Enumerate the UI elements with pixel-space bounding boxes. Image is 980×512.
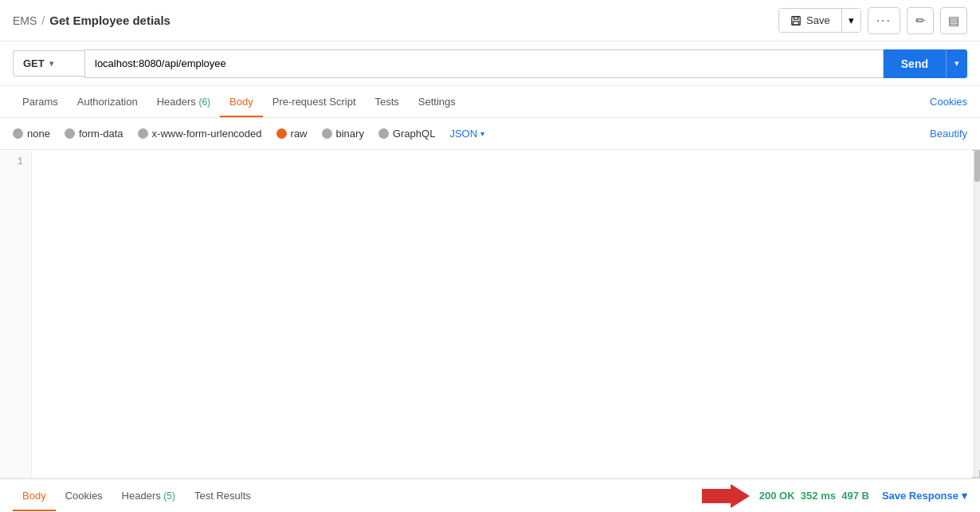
svg-rect-2 xyxy=(794,21,799,24)
json-format-select[interactable]: JSON ▾ xyxy=(449,128,484,140)
response-time: 352 ms xyxy=(801,490,836,502)
response-arrow-icon xyxy=(702,484,750,508)
method-chevron-icon: ▾ xyxy=(49,59,53,68)
tab-authorization[interactable]: Authorization xyxy=(68,88,147,117)
urlencoded-label: x-www-form-urlencoded xyxy=(152,128,262,140)
corner-resize-tr xyxy=(972,150,980,158)
tab-prerequest-label: Pre-request Script xyxy=(272,96,356,108)
cookies-link[interactable]: Cookies xyxy=(930,96,967,108)
send-btn-group: Send ▾ xyxy=(884,49,967,78)
editor-area: 1 xyxy=(0,150,980,479)
scrollbar[interactable] xyxy=(974,150,980,478)
url-bar: GET ▾ Send ▾ xyxy=(0,41,980,86)
body-option-binary[interactable]: binary xyxy=(322,128,364,140)
breadcrumb-parent: EMS xyxy=(13,14,37,27)
send-label: Send xyxy=(901,57,928,70)
tab-params[interactable]: Params xyxy=(13,88,68,117)
none-radio xyxy=(13,128,23,139)
breadcrumb-title: Get Employee detials xyxy=(49,14,171,27)
tab-body[interactable]: Body xyxy=(220,88,263,117)
request-tabs: Params Authorization Headers (6) Body Pr… xyxy=(0,86,980,118)
formdata-radio xyxy=(65,128,75,139)
bottom-tab-headers-label: Headers (5) xyxy=(122,490,175,502)
save-btn-group: Save ▾ xyxy=(778,8,861,33)
raw-label: raw xyxy=(291,128,308,140)
comment-icon: ▤ xyxy=(948,14,959,28)
response-size: 497 B xyxy=(841,490,869,502)
json-chevron-icon: ▾ xyxy=(480,129,484,138)
line-numbers: 1 xyxy=(0,150,32,478)
send-dropdown-button[interactable]: ▾ xyxy=(946,49,967,78)
svg-marker-3 xyxy=(702,484,750,508)
top-bar-actions: Save ▾ ··· ✏ ▤ xyxy=(778,7,967,34)
save-dropdown-button[interactable]: ▾ xyxy=(841,9,860,32)
binary-label: binary xyxy=(336,128,364,140)
corner-resize-br xyxy=(972,470,980,478)
tab-authorization-label: Authorization xyxy=(77,96,138,108)
breadcrumb-separator: / xyxy=(41,14,45,27)
bottom-tab-body[interactable]: Body xyxy=(13,482,56,511)
body-option-formdata[interactable]: form-data xyxy=(65,128,123,140)
beautify-button[interactable]: Beautify xyxy=(930,128,967,140)
svg-rect-1 xyxy=(794,16,798,19)
method-label: GET xyxy=(23,57,45,69)
bottom-tab-testresults-label: Test Results xyxy=(194,490,251,502)
bottom-tab-body-label: Body xyxy=(22,490,46,502)
tab-body-label: Body xyxy=(229,96,253,108)
body-option-urlencoded[interactable]: x-www-form-urlencoded xyxy=(138,128,262,140)
bottom-headers-badge: (5) xyxy=(163,490,175,502)
tab-tests[interactable]: Tests xyxy=(366,88,409,117)
top-bar: EMS / Get Employee detials Save ▾ ··· ✏ xyxy=(0,0,980,41)
graphql-label: GraphQL xyxy=(393,128,435,140)
more-icon: ··· xyxy=(876,14,892,27)
formdata-label: form-data xyxy=(79,128,123,140)
body-option-graphql[interactable]: GraphQL xyxy=(378,128,435,140)
bottom-bar: Body Cookies Headers (5) Test Results 20… xyxy=(0,479,980,512)
tab-headers-label: Headers (6) xyxy=(157,96,210,108)
chevron-down-icon: ▾ xyxy=(849,14,854,26)
url-input[interactable] xyxy=(84,49,884,78)
bottom-tab-cookies[interactable]: Cookies xyxy=(56,482,112,511)
status-code: 200 OK xyxy=(759,490,795,502)
send-chevron-icon: ▾ xyxy=(955,58,959,68)
bottom-tab-headers[interactable]: Headers (5) xyxy=(112,482,185,511)
breadcrumb: EMS / Get Employee detials xyxy=(13,14,171,27)
tab-params-label: Params xyxy=(22,96,58,108)
tab-headers[interactable]: Headers (6) xyxy=(147,88,220,117)
none-label: none xyxy=(27,128,50,140)
body-option-raw[interactable]: raw xyxy=(276,128,308,140)
pencil-icon: ✏ xyxy=(915,14,926,28)
edit-button[interactable]: ✏ xyxy=(907,7,934,34)
save-label: Save xyxy=(806,14,830,26)
bottom-tab-testresults[interactable]: Test Results xyxy=(185,482,261,511)
save-response-button[interactable]: Save Response ▾ xyxy=(882,490,967,502)
tab-settings[interactable]: Settings xyxy=(409,88,465,117)
binary-radio xyxy=(322,128,332,139)
save-icon xyxy=(790,15,802,26)
method-select[interactable]: GET ▾ xyxy=(13,50,84,77)
graphql-radio xyxy=(378,128,389,139)
response-arrow-container xyxy=(702,484,750,508)
save-response-chevron-icon: ▾ xyxy=(962,490,967,502)
comment-button[interactable]: ▤ xyxy=(940,7,967,34)
send-button[interactable]: Send xyxy=(884,49,946,78)
json-format-label: JSON xyxy=(449,128,477,140)
editor-content[interactable] xyxy=(32,150,974,478)
raw-radio xyxy=(276,128,287,139)
body-options-bar: none form-data x-www-form-urlencoded raw… xyxy=(0,118,980,150)
body-option-none[interactable]: none xyxy=(13,128,50,140)
tab-settings-label: Settings xyxy=(418,96,456,108)
bottom-tab-cookies-label: Cookies xyxy=(65,490,103,502)
line-number-1: 1 xyxy=(8,156,23,167)
urlencoded-radio xyxy=(138,128,148,139)
headers-badge: (6) xyxy=(198,96,210,108)
tab-tests-label: Tests xyxy=(375,96,399,108)
save-response-label: Save Response xyxy=(882,490,958,502)
tab-prerequest[interactable]: Pre-request Script xyxy=(263,88,366,117)
more-options-button[interactable]: ··· xyxy=(868,7,900,34)
save-button[interactable]: Save xyxy=(779,9,841,32)
